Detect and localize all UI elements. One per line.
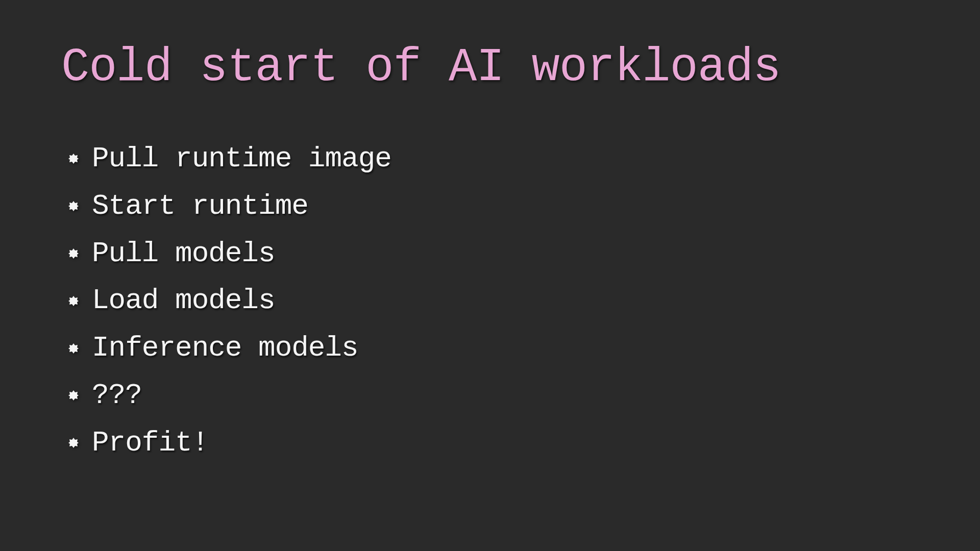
list-item: Pull models bbox=[67, 235, 919, 272]
bullet-text: Pull runtime image bbox=[92, 140, 391, 178]
list-item: Start runtime bbox=[67, 188, 919, 225]
bullet-icon bbox=[67, 437, 80, 449]
slide-container: Cold start of AI workloads Pull runtime … bbox=[0, 0, 980, 551]
list-item: Pull runtime image bbox=[67, 140, 919, 178]
list-item: ??? bbox=[67, 377, 919, 414]
bullet-text: Profit! bbox=[92, 424, 208, 462]
list-item: Load models bbox=[67, 282, 919, 319]
bullet-icon bbox=[67, 200, 80, 212]
bullet-icon bbox=[67, 342, 80, 355]
bullet-icon bbox=[67, 389, 80, 402]
bullet-text: Inference models bbox=[92, 330, 358, 367]
list-item: Profit! bbox=[67, 424, 919, 462]
bullet-text: ??? bbox=[92, 377, 142, 414]
list-item: Inference models bbox=[67, 330, 919, 367]
bullet-icon bbox=[67, 247, 80, 260]
slide-title: Cold start of AI workloads bbox=[61, 41, 919, 94]
bullet-text: Pull models bbox=[92, 235, 275, 272]
bullet-icon bbox=[67, 295, 80, 307]
bullet-icon bbox=[67, 153, 80, 165]
bullet-text: Start runtime bbox=[92, 188, 308, 225]
bullet-list: Pull runtime image Start runtime Pull mo… bbox=[61, 140, 919, 462]
bullet-text: Load models bbox=[92, 282, 275, 319]
